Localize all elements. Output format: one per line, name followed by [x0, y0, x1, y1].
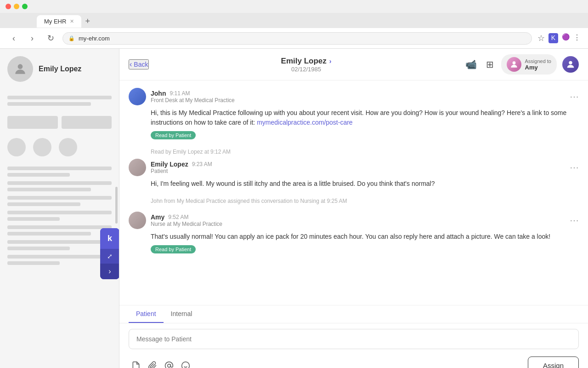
compose-toolbar: Assign	[119, 353, 588, 368]
tab-patient[interactable]: Patient	[129, 305, 164, 323]
assigned-text-block: Assigned to Amy	[525, 58, 551, 71]
chat-messages: John 9:11 AM Front Desk at My Medical Pr…	[119, 80, 588, 305]
current-user-avatar	[562, 56, 579, 73]
amy-message-options[interactable]: ⋯	[570, 215, 579, 226]
info-line	[7, 181, 112, 185]
emily-name: Emily Lopez	[151, 161, 188, 168]
svg-point-0	[18, 64, 23, 69]
info-line	[7, 196, 112, 200]
grid-icon[interactable]: ⊞	[484, 57, 496, 72]
info-line	[7, 167, 112, 170]
sidebar-tab-2[interactable]	[62, 116, 112, 129]
back-button[interactable]: ‹ Back	[129, 59, 149, 69]
k-navigate-button[interactable]: ›	[100, 264, 119, 279]
back-label: Back	[134, 61, 148, 68]
message-tabs: Patient Internal	[119, 305, 588, 323]
maximize-traffic-light[interactable]	[22, 4, 28, 9]
info-line	[7, 240, 112, 244]
header-left: ‹ Back	[129, 59, 149, 69]
k-expand-button[interactable]: ⤢	[100, 249, 119, 264]
svg-point-2	[569, 61, 572, 64]
mention-icon-button[interactable]	[162, 358, 176, 368]
john-message-text: Hi, this is My Medical Practice followin…	[151, 108, 579, 127]
compose-area: Patient Internal	[119, 305, 588, 368]
message-header-emily: Emily Lopez 9:23 AM Patient ⋯	[129, 159, 579, 176]
emily-message-text: Hi, I'm feeling well. My wound is still …	[151, 179, 579, 189]
k-sidebar-widget[interactable]: k ⤢ ›	[100, 228, 119, 279]
patient-dob: 02/12/1985	[281, 66, 332, 73]
info-line	[7, 188, 91, 191]
amy-message-body: That's usually normal! You can apply an …	[151, 232, 579, 253]
amy-sender-line: Amy 9:52 AM	[151, 213, 222, 221]
reload-button[interactable]: ↻	[44, 32, 57, 45]
bookmark-icon[interactable]: ☆	[537, 33, 545, 43]
info-line	[7, 173, 70, 177]
tab-title: My EHR	[44, 18, 66, 25]
person-icon	[13, 62, 28, 76]
amy-sender-info: Amy 9:52 AM Nurse at My Medical Practice	[151, 213, 222, 227]
sidebar-icon-1	[7, 138, 26, 156]
assigned-avatar	[507, 57, 521, 72]
john-sender-info: John 9:11 AM Front Desk at My Medical Pr…	[151, 90, 235, 104]
message-input[interactable]	[129, 329, 579, 349]
sidebar-scrollbar[interactable]	[115, 187, 118, 224]
assigned-to-label: Assigned to	[525, 58, 551, 64]
header-right: 📹 ⊞ Assigned to Amy	[464, 54, 579, 75]
post-care-link[interactable]: mymedicalpractice.com/post-care	[257, 119, 353, 126]
address-bar[interactable]: 🔒 my-ehr.com	[62, 32, 532, 45]
emily-message-options[interactable]: ⋯	[570, 162, 579, 173]
svg-point-3	[168, 364, 171, 367]
info-line	[7, 261, 60, 265]
menu-icon[interactable]: ⋮	[573, 33, 581, 43]
minimize-traffic-light[interactable]	[14, 4, 19, 9]
emily-role: Patient	[151, 168, 212, 174]
mention-icon	[164, 361, 174, 368]
new-tab-button[interactable]: +	[81, 15, 94, 28]
extension-icon-k[interactable]: K	[548, 33, 558, 43]
attachment-icon-button[interactable]	[145, 358, 160, 368]
sidebar-icon-3	[59, 138, 77, 156]
info-line	[7, 255, 112, 259]
browser-chrome: My EHR ✕ + ‹ › ↻ 🔒 my-ehr.com ☆ K 🟣 ⋮	[0, 0, 588, 49]
sidebar-tabs	[0, 112, 119, 132]
sidebar-icon-row	[0, 132, 119, 162]
document-icon-button[interactable]	[129, 358, 143, 368]
sidebar-patient-name: Emily Lopez	[39, 65, 81, 73]
attachment-icon	[148, 361, 157, 368]
assigned-avatar-icon	[509, 60, 519, 69]
chat-header: ‹ Back Emily Lopez › 02/12/1985 📹 ⊞	[119, 49, 588, 80]
info-line	[7, 247, 70, 250]
forward-nav-button[interactable]: ›	[26, 32, 39, 45]
info-line	[7, 232, 91, 236]
sidebar-tab-1[interactable]	[7, 116, 58, 129]
assign-button[interactable]: Assign	[528, 356, 579, 368]
emoji-icon	[181, 361, 190, 368]
john-message-options[interactable]: ⋯	[570, 91, 579, 102]
document-icon	[131, 361, 141, 368]
message-group-john: John 9:11 AM Front Desk at My Medical Pr…	[129, 88, 579, 139]
extension-icon-purple[interactable]: 🟣	[562, 33, 570, 43]
back-nav-button[interactable]: ‹	[7, 32, 20, 45]
emily-message-body: Hi, I'm feeling well. My wound is still …	[151, 179, 579, 189]
browser-tab[interactable]: My EHR ✕	[37, 15, 81, 28]
john-avatar	[129, 88, 146, 105]
message-group-amy: Amy 9:52 AM Nurse at My Medical Practice…	[129, 212, 579, 253]
info-line	[7, 225, 112, 229]
video-icon[interactable]: 📹	[464, 57, 479, 72]
tab-close-button[interactable]: ✕	[70, 18, 74, 24]
info-line	[7, 217, 60, 221]
system-message: John from My Medical Practice assigned t…	[129, 196, 579, 208]
message-header-amy: Amy 9:52 AM Nurse at My Medical Practice…	[129, 212, 579, 229]
close-traffic-light[interactable]	[6, 4, 11, 9]
k-button[interactable]: k	[100, 228, 119, 249]
amy-message-text: That's usually normal! You can apply an …	[151, 232, 579, 242]
assigned-badge[interactable]: Assigned to Amy	[501, 54, 557, 75]
emily-sender-info: Emily Lopez 9:23 AM Patient	[151, 161, 212, 174]
info-line	[7, 102, 91, 106]
chevron-left-icon: ‹	[130, 60, 132, 69]
patient-avatar	[7, 56, 33, 82]
amy-time: 9:52 AM	[168, 214, 188, 220]
john-time: 9:11 AM	[170, 90, 190, 97]
emoji-icon-button[interactable]	[178, 358, 193, 368]
tab-internal[interactable]: Internal	[164, 305, 200, 323]
